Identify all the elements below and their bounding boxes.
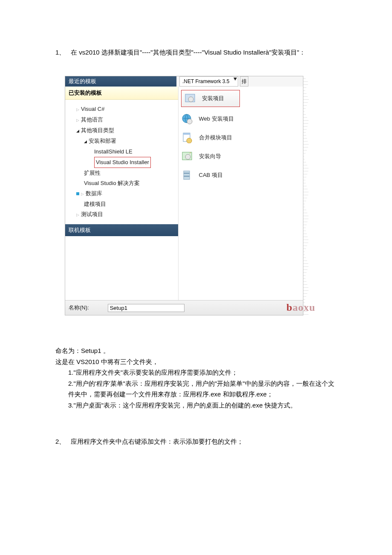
tree-item-extensibility[interactable]: 扩展性: [71, 168, 178, 178]
installed-templates-header[interactable]: 已安装的模板: [65, 87, 178, 100]
svg-rect-10: [184, 173, 190, 174]
setup-project-icon: [184, 92, 196, 104]
project-types-pane: 安装项目 Web 安装项目 合并模块项目: [179, 87, 303, 300]
tree-item-test[interactable]: 测试项目: [71, 209, 178, 220]
step-2-body: 应用程序文件夹中点右键添加文件：表示添加要打包的文件；: [71, 438, 243, 445]
tree-item-vs-installer-label: Visual Studio Installer: [94, 157, 151, 168]
tree-item-database-label: 数据库: [81, 190, 102, 197]
folder-3-line: 3."用户桌面"表示：这个应用程序安装完，用户的桌面上的创建的.exe 快捷方式…: [55, 400, 337, 411]
folder-2-line: 2."用户的'程序'菜单"表示：应用程序安装完，用户的"开始菜单"中的显示的内容…: [55, 378, 337, 400]
svg-rect-11: [184, 176, 190, 177]
project-name-input[interactable]: [108, 304, 184, 312]
project-type-setup[interactable]: 安装项目: [181, 90, 240, 107]
recent-templates-header[interactable]: 最近的模板: [65, 76, 176, 87]
folders-intro-line: 这是在 VS2010 中将有三个文件夹，: [55, 356, 337, 367]
online-templates-header[interactable]: 联机模板: [65, 224, 178, 236]
description-text: 命名为：Setup1 。 这是在 VS2010 中将有三个文件夹， 1."应用程…: [55, 345, 337, 410]
tree-item-vs-solution[interactable]: Visual Studio 解决方案: [71, 178, 178, 188]
project-type-web-setup-label: Web 安装项目: [199, 114, 234, 124]
chevron-down-icon: [233, 78, 237, 81]
tree-item-other-project-types[interactable]: 其他项目类型: [71, 125, 178, 136]
tree-item-visual-csharp[interactable]: Visual C#: [71, 104, 178, 115]
watermark-rest: aoxu: [293, 302, 315, 313]
framework-sort-bar: .NET Framework 3.5 排: [176, 76, 303, 87]
project-type-merge-label: 合并模块项目: [199, 133, 232, 142]
tree-item-installshield[interactable]: InstallShield LE: [71, 147, 178, 157]
step-1-number: 1、: [55, 47, 69, 58]
project-type-cab-label: CAB 项目: [199, 171, 223, 180]
step-2-text: 2、 应用程序文件夹中点右键添加文件：表示添加要打包的文件；: [55, 436, 337, 447]
setup-wizard-icon: [181, 150, 193, 162]
name-row: 名称(N):: [65, 300, 303, 315]
tree-item-modeling[interactable]: 建模项目: [71, 199, 178, 209]
tree-item-setup-deploy[interactable]: 安装和部署: [71, 136, 178, 147]
project-type-cab[interactable]: CAB 项目: [181, 166, 303, 185]
torn-edge-bottom: [65, 315, 303, 321]
tree-item-vs-installer[interactable]: Visual Studio Installer: [71, 157, 178, 168]
cab-project-icon: [181, 169, 193, 181]
templates-tree-pane: 已安装的模板 Visual C# 其他语言 其他项目类型 安装和部署 Insta…: [65, 87, 179, 300]
svg-point-3: [187, 119, 192, 124]
framework-dropdown[interactable]: .NET Framework 3.5: [179, 76, 238, 87]
svg-point-1: [188, 97, 193, 102]
merge-module-icon: [181, 132, 193, 144]
torn-edge-right: [303, 76, 309, 316]
svg-rect-5: [183, 133, 190, 135]
project-type-setup-label: 安装项目: [202, 94, 224, 103]
project-type-merge-module[interactable]: 合并模块项目: [181, 128, 303, 147]
watermark-b: b: [286, 302, 292, 313]
step-2-number: 2、: [55, 436, 69, 447]
tree-item-other-languages[interactable]: 其他语言: [71, 115, 178, 125]
web-setup-icon: [181, 113, 193, 125]
step-1-text: 1、 在 vs2010 选择新建项目"----"其他项目类型"----"Visu…: [55, 47, 337, 58]
vs-screenshot: 最近的模板 .NET Framework 3.5 排 已安装的模板 Visual…: [65, 76, 303, 316]
name-label: 名称(N):: [69, 303, 89, 312]
project-type-wizard-label: 安装向导: [199, 152, 221, 161]
step-1-body-b: "安装项目"：: [269, 49, 306, 56]
svg-rect-9: [184, 171, 190, 179]
project-type-web-setup[interactable]: Web 安装项目: [181, 110, 303, 128]
sort-button[interactable]: 排: [240, 76, 248, 87]
db-bullet-icon: [76, 192, 79, 195]
svg-point-6: [187, 138, 192, 143]
rename-line: 命名为：Setup1 。: [55, 345, 337, 356]
tree-item-database[interactable]: 数据库: [71, 188, 178, 199]
step-1-body-a: 在 vs2010 选择新建项目"----"其他项目类型"----"Visual …: [71, 49, 265, 56]
svg-point-8: [185, 154, 190, 159]
watermark: baoxu: [286, 299, 315, 316]
project-type-setup-wizard[interactable]: 安装向导: [181, 147, 303, 166]
framework-label: .NET Framework 3.5: [182, 78, 229, 84]
folder-1-line: 1."应用程序文件夹"表示要安装的应用程序需要添加的文件；: [55, 367, 337, 378]
